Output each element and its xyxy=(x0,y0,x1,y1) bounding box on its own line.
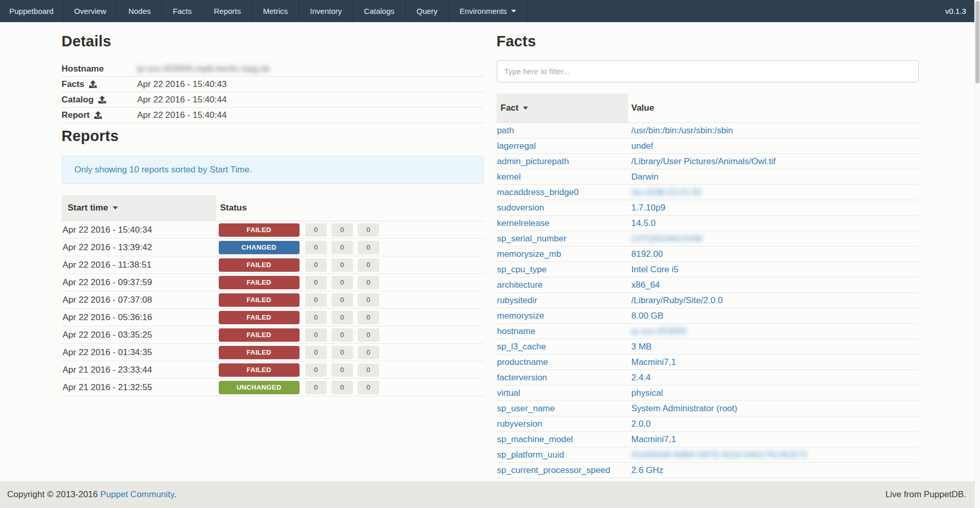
sort-desc-icon xyxy=(523,107,528,110)
status-badge[interactable]: FAILED xyxy=(219,276,300,289)
fact-name-link[interactable]: lagerregal xyxy=(497,141,536,151)
fact-name-link[interactable]: hostname xyxy=(497,326,536,336)
fact-value-link[interactable]: 2.4.4 xyxy=(632,373,651,382)
fact-value-link[interactable]: x86_64 xyxy=(632,280,660,290)
column-header-value[interactable]: Value xyxy=(628,94,919,123)
nav-item-label: Facts xyxy=(173,7,192,15)
nav-item-catalogs[interactable]: Catalogs xyxy=(353,0,406,22)
fact-value-link[interactable]: C07QN1A6G1HW xyxy=(632,234,703,243)
fact-value-link[interactable]: Intel Core i5 xyxy=(632,265,679,274)
fact-value-link[interactable]: 8.00 GB xyxy=(632,311,663,321)
fact-value-link[interactable]: ip-osx-003056 xyxy=(632,326,687,336)
fact-name-link[interactable]: sp_machine_model xyxy=(497,434,573,444)
status-badge[interactable]: FAILED xyxy=(219,293,300,307)
fact-value-link[interactable]: 8192.00 xyxy=(632,249,663,259)
fact-name-link[interactable]: facterversion xyxy=(497,373,547,382)
fact-value-link[interactable]: 2.0.0 xyxy=(632,419,651,429)
nav-item-nodes[interactable]: Nodes xyxy=(117,0,162,22)
fact-row: productname Macmini7,1 xyxy=(497,355,919,370)
fact-name-link[interactable]: productname xyxy=(497,357,548,367)
fact-value-link[interactable]: 3 MB xyxy=(632,342,652,352)
details-value: Apr 22 2016 - 15:40:43 xyxy=(137,79,227,89)
details-row: Catalog Apr 22 2016 - 15:40:44 xyxy=(62,92,484,108)
fact-name-link[interactable]: architecture xyxy=(497,280,543,290)
puppet-community-link[interactable]: Puppet Community xyxy=(100,489,174,499)
fact-value-link[interactable]: physical xyxy=(632,388,663,398)
fact-name-link[interactable]: sp_serial_number xyxy=(497,234,567,243)
scrollbar-track[interactable] xyxy=(974,0,980,508)
fact-name-link[interactable]: path xyxy=(497,126,514,135)
fact-row: sp_user_name System Administrator (root) xyxy=(497,401,919,416)
details-title: Details xyxy=(62,32,484,50)
fact-value-link[interactable]: /usr/bin:/bin:/usr/sbin:/sbin xyxy=(632,126,733,135)
facts-filter-input[interactable] xyxy=(497,60,919,82)
fact-name-link[interactable]: admin_picturepath xyxy=(497,156,569,166)
report-row: Apr 22 2016 - 11:38:51 FAILED 0 0 0 xyxy=(62,256,484,274)
fact-value-link[interactable]: /Library/Ruby/Site/2.0.0 xyxy=(632,295,723,305)
fact-value-link[interactable]: Macmini7,1 xyxy=(632,357,676,367)
fact-name-link[interactable]: sp_cpu_type xyxy=(497,265,547,274)
nav-item-inventory[interactable]: Inventory xyxy=(299,0,353,22)
fact-name-link[interactable]: memorysize_mb xyxy=(497,249,562,259)
fact-value-link[interactable]: 41A00040-60BA-597D-8114-0A0175C9CE72 xyxy=(632,450,808,460)
upload-icon[interactable] xyxy=(89,80,97,88)
upload-icon[interactable] xyxy=(98,96,106,103)
report-start-time: Apr 21 2016 - 23:33:44 xyxy=(62,361,216,379)
fact-name-link[interactable]: sp_platform_uuid xyxy=(497,450,564,460)
fact-name-link[interactable]: virtual xyxy=(497,388,520,398)
fact-name-link[interactable]: rubyversion xyxy=(497,419,542,429)
status-badge[interactable]: FAILED xyxy=(219,223,300,237)
fact-value-link[interactable]: /Library/User Pictures/Animals/Owl.tif xyxy=(632,156,776,166)
navbar: Puppetboard Overview Nodes Facts Reports… xyxy=(0,0,974,22)
status-badge[interactable]: FAILED xyxy=(219,346,300,359)
column-header-fact[interactable]: Fact xyxy=(497,94,628,123)
details-label: Hostname xyxy=(62,64,104,74)
nav-item-reports[interactable]: Reports xyxy=(203,0,252,22)
fact-name-link[interactable]: sp_l3_cache xyxy=(497,342,546,352)
nav-item-overview[interactable]: Overview xyxy=(63,0,118,22)
fact-row: facterversion 2.4.4 xyxy=(497,370,919,386)
scrollbar-thumb[interactable] xyxy=(975,1,979,83)
report-start-time: Apr 22 2016 - 03:35:25 xyxy=(62,326,216,344)
nav-item-environments[interactable]: Environments xyxy=(449,0,528,22)
fact-value-link[interactable]: Macmini7,1 xyxy=(632,434,676,444)
nav-item-facts[interactable]: Facts xyxy=(162,0,203,22)
status-badge[interactable]: FAILED xyxy=(219,328,300,342)
nav-item-metrics[interactable]: Metrics xyxy=(252,0,299,22)
count-badge: 0 xyxy=(305,381,327,394)
fact-row: virtual physical xyxy=(497,386,919,401)
nav-item-query[interactable]: Query xyxy=(406,0,449,22)
upload-icon[interactable] xyxy=(94,111,102,119)
fact-name-link[interactable]: sudoversion xyxy=(497,203,545,213)
fact-value-link[interactable]: Darwin xyxy=(632,172,659,182)
details-value: Apr 22 2016 - 15:40:44 xyxy=(137,95,227,104)
fact-name-link[interactable]: memorysize xyxy=(497,311,545,321)
fact-value-link[interactable]: 14.5.0 xyxy=(632,218,656,228)
status-badge[interactable]: FAILED xyxy=(219,363,300,377)
status-badge[interactable]: UNCHANGED xyxy=(219,381,300,394)
fact-value-link[interactable]: undef xyxy=(632,141,654,151)
status-badge[interactable]: FAILED xyxy=(219,311,300,324)
fact-value-link[interactable]: 2.6 GHz xyxy=(632,465,663,475)
count-badge: 0 xyxy=(358,311,379,324)
puppetdb-status-text: Live from PuppetDB. xyxy=(885,489,966,500)
count-badge: 0 xyxy=(331,223,353,237)
fact-name-link[interactable]: sp_current_processor_speed xyxy=(497,465,610,475)
fact-value-link[interactable]: 3a:c9:86:22:01:00 xyxy=(632,187,702,197)
fact-name-link[interactable]: kernel xyxy=(497,172,521,182)
status-badge[interactable]: CHANGED xyxy=(219,241,300,254)
fact-value-link[interactable]: System Administrator (root) xyxy=(632,404,738,413)
reports-title: Reports xyxy=(62,127,484,145)
fact-name-link[interactable]: macaddress_bridge0 xyxy=(497,187,579,197)
fact-name-link[interactable]: sp_user_name xyxy=(497,404,555,413)
fact-name-link[interactable]: rubysitedir xyxy=(497,295,537,305)
column-header-status[interactable]: Status xyxy=(216,195,301,221)
navbar-brand[interactable]: Puppetboard xyxy=(0,0,63,22)
count-badge: 0 xyxy=(305,363,327,377)
fact-value-link[interactable]: 1.7.10p9 xyxy=(632,203,666,213)
status-badge[interactable]: FAILED xyxy=(219,258,300,272)
column-header-start-time[interactable]: Start time xyxy=(62,195,216,221)
report-row: Apr 22 2016 - 05:36:16 FAILED 0 0 0 xyxy=(62,309,484,326)
fact-name-link[interactable]: kernelrelease xyxy=(497,218,550,228)
nav-item-label: Metrics xyxy=(263,7,288,15)
